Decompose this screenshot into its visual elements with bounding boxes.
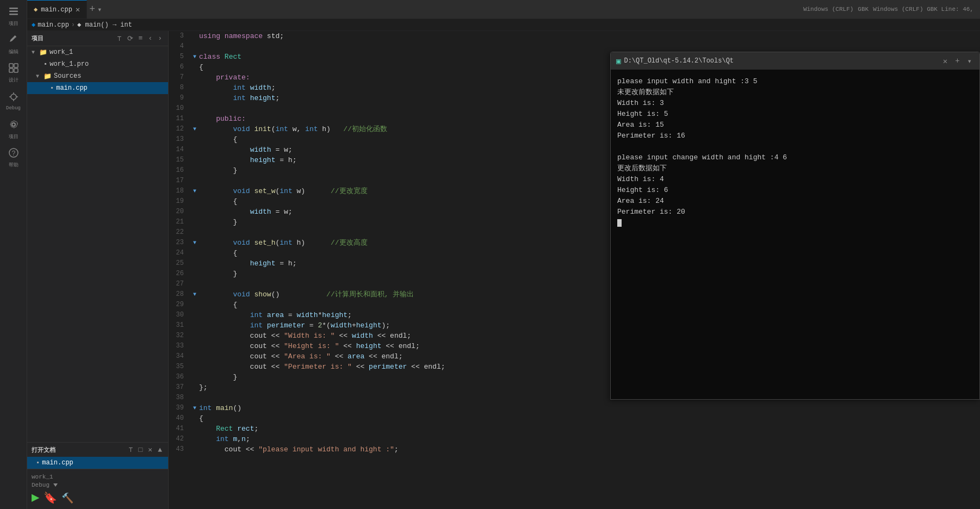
- sidebar-label-edit: 编辑: [9, 48, 18, 55]
- tree-label-maincpp: main.cpp: [56, 84, 88, 92]
- terminal-dropdown-button[interactable]: ▾: [965, 55, 974, 67]
- sidebar-label-debug: Debug: [6, 105, 21, 111]
- tab-add-button[interactable]: +: [89, 4, 95, 15]
- debug-mode-label: Debug: [32, 482, 49, 488]
- status-line: Windows (CRLF) GBK Line: 46,: [873, 6, 973, 13]
- terminal-line-12: Area is: 24: [617, 196, 973, 207]
- terminal-panel: ▣ D:\QT_Old\qt-5.14.2\Tools\Qt ✕ + ▾ ple…: [610, 52, 980, 400]
- terminal-actions: ✕ + ▾: [941, 55, 974, 67]
- terminal-body[interactable]: please input width and hight :3 5 未更改前数据…: [611, 70, 979, 399]
- terminal-line-5: Area is: 15: [617, 120, 973, 131]
- debug-section: work_1 Debug ▶ 🔖 🔨: [27, 469, 168, 509]
- breadcrumb-function: ◆ main() → int: [77, 21, 132, 29]
- svg-point-7: [11, 94, 16, 100]
- sidebar-label-project: 项目: [9, 20, 18, 27]
- svg-rect-6: [14, 69, 18, 72]
- sidebar-item-project[interactable]: 项目: [1, 2, 27, 30]
- edit-icon: [8, 34, 19, 47]
- sidebar-item-project2[interactable]: 项目: [1, 115, 27, 144]
- open-files-scroll[interactable]: ▲: [156, 445, 164, 455]
- svg-rect-0: [9, 8, 18, 9]
- svg-rect-2: [9, 14, 18, 15]
- sidebar-item-edit[interactable]: 编辑: [1, 30, 27, 59]
- sidebar-item-design[interactable]: 设计: [1, 59, 27, 87]
- open-files-section: 打开文档 ⊤ □ ✕ ▲ ▪ main.cpp: [27, 442, 168, 469]
- file-tree-panel: 项目 ⊤ ⟳ ≡ ‹ › ▼ 📁 work_1 ▪ work_1.pro: [27, 31, 169, 509]
- open-files-action3[interactable]: ✕: [146, 445, 154, 455]
- terminal-add-button[interactable]: +: [953, 55, 962, 66]
- code-line-40: 40 {: [169, 413, 980, 424]
- svg-rect-3: [9, 64, 13, 67]
- tree-item-work1[interactable]: ▼ 📁 work_1: [27, 46, 168, 58]
- debug-device-label: work_1: [32, 474, 53, 480]
- sync-button[interactable]: ⟳: [126, 34, 135, 44]
- status-windows-crlf: Windows (CRLF): [803, 6, 853, 13]
- run-button[interactable]: ▶: [32, 492, 39, 505]
- sidebar-label-design: 设计: [9, 77, 18, 84]
- terminal-cursor-line: [617, 218, 973, 228]
- help-icon: ?: [8, 147, 19, 160]
- sidebar-icons: 项目 编辑 设计: [0, 0, 27, 509]
- tab-dropdown-button[interactable]: ▾: [97, 5, 102, 14]
- folder-icon-sources: 📁: [44, 72, 52, 80]
- open-file-label-maincpp: main.cpp: [42, 459, 73, 467]
- close-panel-button[interactable]: ≡: [137, 34, 145, 43]
- breadcrumb-filename: main.cpp: [38, 21, 69, 29]
- project-icon: 📁: [39, 48, 47, 57]
- settings-icon: [8, 119, 19, 132]
- svg-text:?: ?: [11, 150, 15, 158]
- svg-rect-5: [9, 69, 13, 72]
- sidebar-item-debug[interactable]: Debug: [1, 87, 27, 115]
- tree-spacer: [27, 94, 168, 442]
- hammer-button[interactable]: 🔨: [61, 492, 73, 504]
- nav-next-button[interactable]: ›: [156, 34, 164, 43]
- tree-label-work1pro: work_1.pro: [49, 60, 89, 68]
- terminal-line-4: Height is: 5: [617, 109, 973, 120]
- sidebar-label-project2: 项目: [9, 133, 18, 140]
- filter-button[interactable]: ⊤: [116, 34, 123, 44]
- terminal-cursor: [617, 219, 622, 227]
- tree-label-work1: work_1: [49, 48, 73, 56]
- terminal-line-2: 未更改前数据如下: [617, 87, 973, 98]
- open-file-maincpp[interactable]: ▪ main.cpp: [27, 457, 168, 469]
- tab-close-button[interactable]: ✕: [76, 6, 80, 14]
- svg-marker-14: [53, 483, 58, 487]
- terminal-title: ▣ D:\QT_Old\qt-5.14.2\Tools\Qt: [616, 57, 936, 66]
- svg-rect-4: [14, 64, 18, 67]
- file-tree-header: 项目 ⊤ ⟳ ≡ ‹ ›: [27, 31, 168, 46]
- tab-main-cpp[interactable]: ◆ main.cpp ✕: [27, 0, 87, 18]
- terminal-line-8: please input change width and hight :4 6: [617, 152, 973, 163]
- breadcrumb-bar: ◆ main.cpp › ◆ main() → int: [27, 19, 980, 31]
- sidebar-item-help[interactable]: ? 帮助: [1, 144, 27, 172]
- terminal-titlebar: ▣ D:\QT_Old\qt-5.14.2\Tools\Qt ✕ + ▾: [611, 52, 979, 70]
- breadcrumb-sep: ›: [71, 21, 75, 29]
- tree-label-sources: Sources: [54, 72, 81, 80]
- sidebar-label-help: 帮助: [9, 162, 18, 169]
- tree-item-work1pro[interactable]: ▪ work_1.pro: [27, 58, 168, 70]
- terminal-line-10: Width is: 4: [617, 174, 973, 185]
- project-icon: [8, 6, 19, 19]
- open-file-icon-cpp: ▪: [36, 459, 40, 467]
- code-line-41: 41 Rect rect;: [169, 424, 980, 434]
- breadcrumb-icon: ◆: [32, 21, 35, 29]
- terminal-line-1: please input width and hight :3 5: [617, 76, 973, 87]
- design-icon: [8, 63, 19, 76]
- terminal-line-6: Perimeter is: 16: [617, 131, 973, 141]
- terminal-icon: ▣: [616, 57, 621, 66]
- file-tree-actions: ⊤ ⟳ ≡ ‹ ›: [116, 34, 164, 44]
- terminal-line-11: Height is: 6: [617, 185, 973, 196]
- open-files-action2[interactable]: □: [137, 445, 145, 455]
- tree-item-maincpp[interactable]: ▪ main.cpp: [27, 82, 168, 94]
- terminal-close-button[interactable]: ✕: [941, 55, 950, 67]
- file-icon-pro: ▪: [44, 60, 47, 68]
- bookmark-button[interactable]: 🔖: [44, 491, 57, 505]
- nav-prev-button[interactable]: ‹: [146, 34, 154, 43]
- open-files-action1[interactable]: ⊤: [127, 445, 135, 455]
- terminal-title-text: D:\QT_Old\qt-5.14.2\Tools\Qt: [624, 57, 734, 65]
- terminal-line-7: [617, 141, 973, 152]
- tree-arrow-sources: ▼: [36, 73, 41, 79]
- tree-item-sources[interactable]: ▼ 📁 Sources: [27, 70, 168, 82]
- debug-dropdown-icon: [52, 481, 59, 489]
- code-line-3: 3 using namespace std;: [169, 31, 980, 41]
- code-line-4: 4: [169, 41, 980, 52]
